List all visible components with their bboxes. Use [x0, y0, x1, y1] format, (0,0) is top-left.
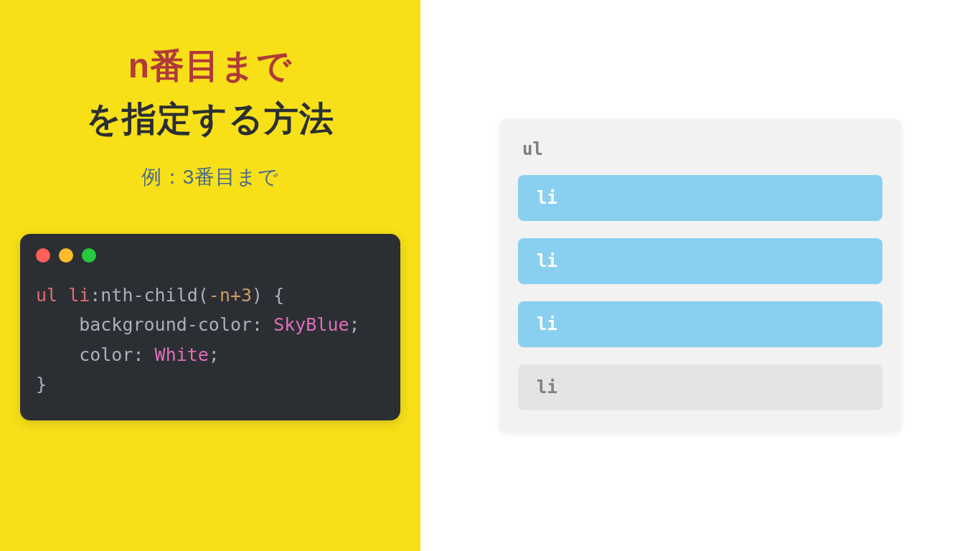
title-line-1: n番目まで [128, 43, 292, 89]
maximize-icon [82, 248, 96, 263]
right-panel: ul li li li li [420, 0, 980, 551]
demo-list: li li li li [518, 175, 882, 410]
window-controls [36, 248, 385, 263]
ul-label: ul [518, 139, 882, 159]
list-item: li [518, 364, 882, 410]
subtitle: 例：3番目まで [141, 164, 280, 191]
list-item: li [518, 301, 882, 347]
code-paren-open: ( [198, 285, 209, 306]
code-selector: ul li [36, 285, 90, 306]
minimize-icon [59, 248, 73, 263]
code-colon: : [133, 344, 154, 365]
demo-card: ul li li li li [499, 119, 901, 432]
code-val-skyblue: SkyBlue [273, 314, 349, 335]
code-pseudo: :nth-child [90, 285, 198, 306]
code-semi: ; [349, 314, 360, 335]
list-item: li [518, 238, 882, 284]
code-semi: ; [209, 344, 220, 365]
code-colon: : [252, 314, 273, 335]
code-brace-open: { [263, 285, 284, 306]
code-window: ul li:nth-child(-n+3) { background-color… [20, 234, 400, 420]
code-prop-bg: background-color [79, 314, 252, 335]
title-line-2: を指定する方法 [86, 96, 334, 142]
list-item: li [518, 175, 882, 221]
code-val-white: White [155, 344, 209, 365]
code-block: ul li:nth-child(-n+3) { background-color… [36, 281, 385, 399]
code-paren-close: ) [252, 285, 263, 306]
code-arg: -n+3 [209, 285, 252, 306]
code-indent [36, 314, 79, 335]
code-brace-close: } [36, 374, 47, 395]
close-icon [36, 248, 50, 263]
left-panel: n番目まで を指定する方法 例：3番目まで ul li:nth-child(-n… [0, 0, 420, 551]
code-indent [36, 344, 79, 365]
code-prop-color: color [79, 344, 133, 365]
